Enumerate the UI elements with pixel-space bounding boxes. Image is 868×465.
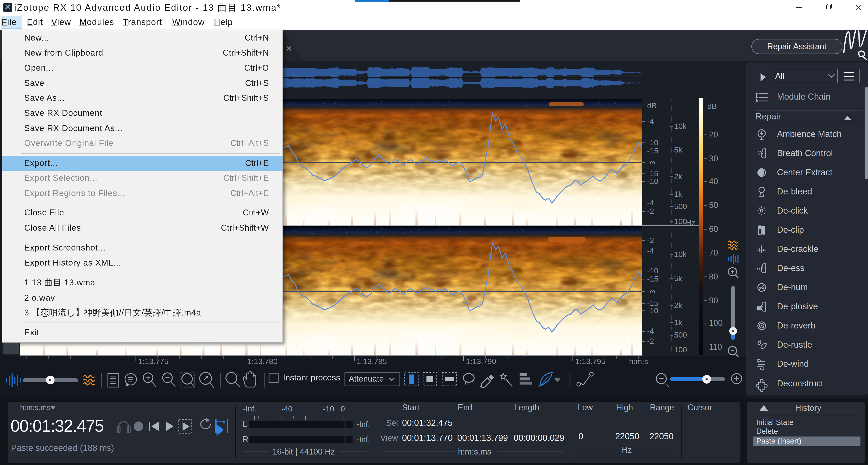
svg-text:ss: ss — [757, 266, 761, 271]
